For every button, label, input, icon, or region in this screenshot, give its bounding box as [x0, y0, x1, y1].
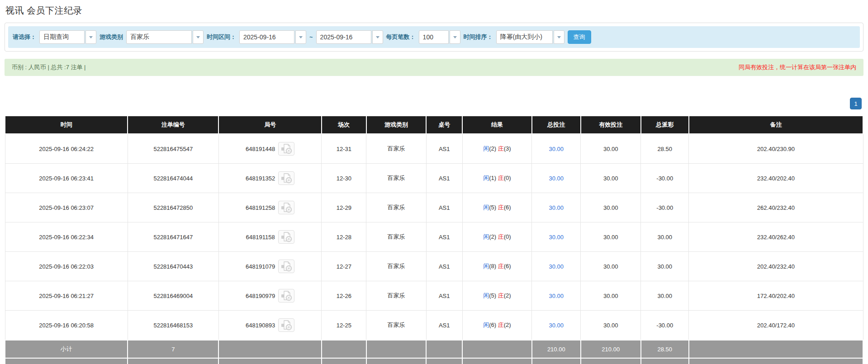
cell-total-bet: 30.00 — [532, 134, 581, 164]
date-from-value[interactable]: 2025-09-16 — [239, 30, 294, 44]
total-bet-link[interactable]: 30.00 — [549, 234, 564, 241]
subtotal-row-cell: 7 — [128, 340, 218, 358]
chevron-down-icon[interactable] — [193, 30, 204, 44]
cell-payout: -30.00 — [641, 311, 689, 340]
summary-bar: 币别 : 人民币 | 总共 :7 注单 | 同局有效投注，统一计算在该局第一张注… — [5, 59, 863, 76]
round-id: 648191258 — [246, 204, 275, 211]
search-button[interactable]: 查询 — [568, 30, 591, 44]
video-record-button[interactable] — [278, 318, 294, 332]
sort-value[interactable]: 降幂(由大到小) — [496, 30, 553, 44]
subtotal-row-cell — [366, 340, 427, 358]
subtotal-row-cell — [689, 340, 863, 358]
page-size-combobox[interactable]: 100 — [419, 30, 460, 44]
filter-bar: 请选择： 日期查询 游戏类别 百家乐 时间区间： 2025-09-16 ~ 20… — [8, 26, 860, 48]
player-result-count: (6) — [489, 321, 496, 328]
total-bet-link[interactable]: 30.00 — [549, 322, 564, 329]
cell-bet-id: 522816475547 — [128, 134, 218, 164]
query-type-combobox[interactable]: 日期查询 — [39, 30, 96, 44]
chevron-down-icon[interactable] — [372, 30, 383, 44]
table-row: 2025-09-16 06:20:58 522816468153 6481908… — [5, 311, 863, 340]
cell-session: 12-31 — [322, 134, 366, 164]
total-row-cell — [426, 358, 462, 364]
video-record-icon — [280, 202, 293, 213]
total-bet-link[interactable]: 30.00 — [549, 263, 564, 270]
subtotal-row-cell: 28.50 — [641, 340, 689, 358]
chevron-down-icon[interactable] — [554, 30, 564, 44]
cell-session: 12-28 — [322, 222, 366, 252]
cell-bet-id: 522816474044 — [128, 164, 218, 193]
cell-bet-id: 522816470443 — [128, 252, 218, 281]
video-record-button[interactable] — [278, 142, 294, 156]
chevron-down-icon[interactable] — [85, 30, 96, 44]
cell-time: 2025-09-16 06:22:03 — [5, 252, 128, 281]
round-id: 648191079 — [246, 263, 275, 270]
video-record-button[interactable] — [278, 289, 294, 303]
total-bet-link[interactable]: 30.00 — [549, 293, 564, 299]
page-1-button[interactable]: 1 — [850, 98, 862, 109]
subtotal-row-cell — [462, 340, 532, 358]
cell-payout: 30.00 — [641, 281, 689, 311]
table-row: 2025-09-16 06:22:03 522816470443 6481910… — [5, 252, 863, 281]
cell-valid-bet: 30.00 — [581, 134, 641, 164]
cell-session: 12-30 — [322, 164, 366, 193]
cell-session: 12-29 — [322, 193, 366, 222]
cell-table-no: AS1 — [426, 311, 462, 340]
video-record-button[interactable] — [278, 230, 294, 244]
total-row-cell: 总计 — [5, 358, 128, 364]
cell-result: 闲(5) 庄(2) — [462, 281, 532, 311]
banker-result-label: 庄 — [498, 145, 504, 152]
banker-result-label: 庄 — [498, 175, 504, 181]
page-size-value[interactable]: 100 — [419, 30, 449, 44]
banker-result-count: (6) — [504, 204, 511, 211]
round-id: 648191158 — [246, 234, 275, 241]
sort-combobox[interactable]: 降幂(由大到小) — [496, 30, 564, 44]
round-id: 648191448 — [246, 146, 275, 152]
player-result-label: 闲 — [483, 233, 489, 240]
cell-session: 12-25 — [322, 311, 366, 340]
total-row-cell — [462, 358, 532, 364]
table-row: 2025-09-16 06:23:41 522816474044 6481913… — [5, 164, 863, 193]
cell-table-no: AS1 — [426, 252, 462, 281]
subtotal-row: 小计7210.00210.0028.50 — [5, 340, 863, 358]
round-id: 648191352 — [246, 175, 275, 182]
date-to-value[interactable]: 2025-09-16 — [316, 30, 371, 44]
game-type-combobox[interactable]: 百家乐 — [126, 30, 204, 44]
total-bet-link[interactable]: 30.00 — [549, 175, 564, 182]
cell-game-type: 百家乐 — [366, 252, 427, 281]
player-result-count: (5) — [489, 204, 496, 211]
chevron-down-icon[interactable] — [295, 30, 306, 44]
banker-result-label: 庄 — [498, 292, 504, 299]
table-header-row: 时间注单编号局号场次游戏类别桌号结果总投注有效投注总派彩备注 — [5, 116, 863, 134]
video-record-button[interactable] — [278, 201, 294, 214]
date-to-picker[interactable]: 2025-09-16 — [316, 30, 383, 44]
total-bet-link[interactable]: 30.00 — [549, 146, 564, 152]
cell-bet-id: 522816472850 — [128, 193, 218, 222]
video-record-button[interactable] — [278, 260, 294, 273]
player-result-label: 闲 — [483, 145, 489, 152]
chevron-down-icon[interactable] — [450, 30, 460, 44]
total-row-cell — [689, 358, 863, 364]
cell-note: 232.40/262.40 — [689, 222, 863, 252]
cell-result: 闲(2) 庄(0) — [462, 222, 532, 252]
subtotal-row-cell: 210.00 — [532, 340, 581, 358]
game-type-value[interactable]: 百家乐 — [126, 30, 192, 44]
banker-result-count: (3) — [504, 145, 511, 152]
video-record-button[interactable] — [278, 171, 294, 185]
cell-session: 12-26 — [322, 281, 366, 311]
cell-total-bet: 30.00 — [532, 222, 581, 252]
cell-total-bet: 30.00 — [532, 281, 581, 311]
total-row-cell — [322, 358, 366, 364]
total-bet-link[interactable]: 30.00 — [549, 204, 564, 211]
cell-note: 232.40/202.40 — [689, 164, 863, 193]
cell-payout: -30.00 — [641, 193, 689, 222]
cell-time: 2025-09-16 06:23:07 — [5, 193, 128, 222]
cell-table-no: AS1 — [426, 281, 462, 311]
banker-result-count: (2) — [504, 292, 511, 299]
date-from-picker[interactable]: 2025-09-16 — [239, 30, 306, 44]
query-type-value[interactable]: 日期查询 — [39, 30, 85, 44]
subtotal-row-cell — [322, 340, 366, 358]
column-header: 场次 — [322, 116, 366, 134]
banker-result-count: (0) — [504, 233, 511, 240]
banker-result-count: (2) — [504, 321, 511, 328]
table-row: 2025-09-16 06:22:34 522816471647 6481911… — [5, 222, 863, 252]
